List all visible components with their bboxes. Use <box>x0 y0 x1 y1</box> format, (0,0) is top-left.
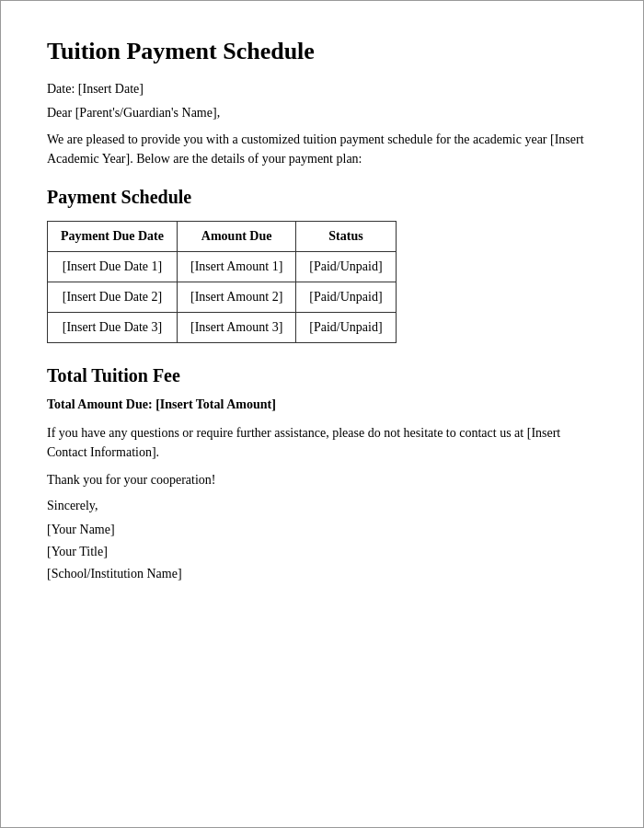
table-header-row: Payment Due Date Amount Due Status <box>48 222 397 252</box>
col-header-due-date: Payment Due Date <box>48 222 178 252</box>
col-header-amount-due: Amount Due <box>177 222 295 252</box>
total-section-title: Total Tuition Fee <box>47 365 597 386</box>
total-amount-label: Total Amount Due: <box>47 397 153 411</box>
table-cell-0-2: [Paid/Unpaid] <box>296 252 396 282</box>
table-cell-0-0: [Insert Due Date 1] <box>48 252 178 282</box>
table-cell-2-0: [Insert Due Date 3] <box>48 313 178 343</box>
salutation: Dear [Parent's/Guardian's Name], <box>47 106 597 121</box>
table-cell-0-1: [Insert Amount 1] <box>177 252 295 282</box>
intro-paragraph: We are pleased to provide you with a cus… <box>47 130 597 168</box>
sincerely: Sincerely, <box>47 499 597 513</box>
table-row: [Insert Due Date 1][Insert Amount 1][Pai… <box>48 252 397 282</box>
table-cell-1-0: [Insert Due Date 2] <box>48 282 178 313</box>
table-row: [Insert Due Date 3][Insert Amount 3][Pai… <box>48 313 397 343</box>
contact-paragraph: If you have any questions or require fur… <box>47 423 597 462</box>
col-header-status: Status <box>296 222 396 252</box>
your-name: [Your Name] <box>47 523 597 537</box>
table-row: [Insert Due Date 2][Insert Amount 2][Pai… <box>48 282 397 313</box>
thank-you: Thank you for your cooperation! <box>47 473 597 488</box>
table-body: [Insert Due Date 1][Insert Amount 1][Pai… <box>48 252 397 343</box>
payment-table: Payment Due Date Amount Due Status [Inse… <box>47 221 397 343</box>
institution-name: [School/Institution Name] <box>47 567 597 581</box>
document-title: Tuition Payment Schedule <box>47 38 597 65</box>
payment-schedule-section-title: Payment Schedule <box>47 187 597 208</box>
table-cell-2-1: [Insert Amount 3] <box>177 313 295 343</box>
document-page: Tuition Payment Schedule Date: [Insert D… <box>0 0 644 828</box>
total-amount-line: Total Amount Due: [Insert Total Amount] <box>47 397 597 412</box>
your-title: [Your Title] <box>47 545 597 559</box>
table-cell-2-2: [Paid/Unpaid] <box>296 313 396 343</box>
table-cell-1-2: [Paid/Unpaid] <box>296 282 396 313</box>
total-amount-value: [Insert Total Amount] <box>155 397 276 411</box>
table-cell-1-1: [Insert Amount 2] <box>177 282 295 313</box>
date-line: Date: [Insert Date] <box>47 82 597 97</box>
